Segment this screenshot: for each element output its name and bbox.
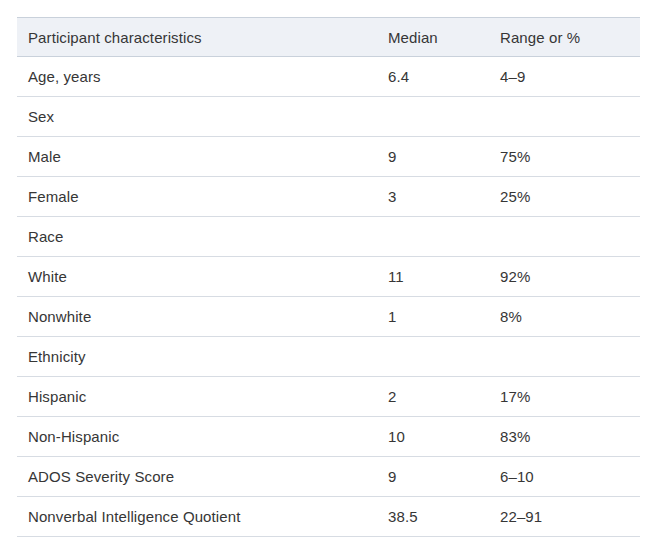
row-range-cell: 8% xyxy=(500,297,640,337)
row-median-cell: 38.5 xyxy=(388,497,500,537)
row-label-cell: Nonverbal Intelligence Quotient xyxy=(17,497,388,537)
row-median-cell: 2 xyxy=(388,377,500,417)
row-label-cell: Race xyxy=(17,217,388,257)
row-median-cell xyxy=(388,337,500,377)
row-range-cell: 75% xyxy=(500,137,640,177)
row-median-cell: 9 xyxy=(388,137,500,177)
row-label-cell: Ethnicity xyxy=(17,337,388,377)
table-body: Age, years 6.4 4–9 Sex Male 9 75% Female… xyxy=(17,57,640,537)
row-range-cell: 83% xyxy=(500,417,640,457)
row-range-cell: 25% xyxy=(500,177,640,217)
row-range-cell: 22–91 xyxy=(500,497,640,537)
row-median-cell: 11 xyxy=(388,257,500,297)
table-row: Nonwhite 1 8% xyxy=(17,297,640,337)
row-label-cell: Female xyxy=(17,177,388,217)
row-range-cell: 4–9 xyxy=(500,57,640,97)
table-header: Participant characteristics Median Range… xyxy=(17,18,640,57)
row-median-cell: 3 xyxy=(388,177,500,217)
row-range-cell xyxy=(500,337,640,377)
row-range-cell: 6–10 xyxy=(500,457,640,497)
row-label-cell: Sex xyxy=(17,97,388,137)
table-row: Sex xyxy=(17,97,640,137)
row-median-cell: 10 xyxy=(388,417,500,457)
participant-characteristics-table: Participant characteristics Median Range… xyxy=(17,17,640,537)
table-row: Ethnicity xyxy=(17,337,640,377)
column-header-range-or-percent: Range or % xyxy=(500,18,640,57)
row-range-cell: 17% xyxy=(500,377,640,417)
row-label-cell: Nonwhite xyxy=(17,297,388,337)
row-median-cell xyxy=(388,97,500,137)
table-row: Hispanic 2 17% xyxy=(17,377,640,417)
table-row: White 11 92% xyxy=(17,257,640,297)
table-row: Age, years 6.4 4–9 xyxy=(17,57,640,97)
row-range-cell xyxy=(500,217,640,257)
row-range-cell xyxy=(500,97,640,137)
table-row: ADOS Severity Score 9 6–10 xyxy=(17,457,640,497)
row-label-cell: Non-Hispanic xyxy=(17,417,388,457)
table-row: Male 9 75% xyxy=(17,137,640,177)
row-label-cell: Age, years xyxy=(17,57,388,97)
participant-characteristics-table-container: Participant characteristics Median Range… xyxy=(17,17,640,537)
row-range-cell: 92% xyxy=(500,257,640,297)
table-row: Race xyxy=(17,217,640,257)
table-row: Nonverbal Intelligence Quotient 38.5 22–… xyxy=(17,497,640,537)
table-row: Female 3 25% xyxy=(17,177,640,217)
table-header-row: Participant characteristics Median Range… xyxy=(17,18,640,57)
row-median-cell: 1 xyxy=(388,297,500,337)
column-header-median: Median xyxy=(388,18,500,57)
row-label-cell: ADOS Severity Score xyxy=(17,457,388,497)
row-label-cell: Male xyxy=(17,137,388,177)
row-label-cell: Hispanic xyxy=(17,377,388,417)
row-median-cell: 6.4 xyxy=(388,57,500,97)
table-row: Non-Hispanic 10 83% xyxy=(17,417,640,457)
column-header-participant-characteristics: Participant characteristics xyxy=(17,18,388,57)
row-median-cell: 9 xyxy=(388,457,500,497)
row-median-cell xyxy=(388,217,500,257)
row-label-cell: White xyxy=(17,257,388,297)
